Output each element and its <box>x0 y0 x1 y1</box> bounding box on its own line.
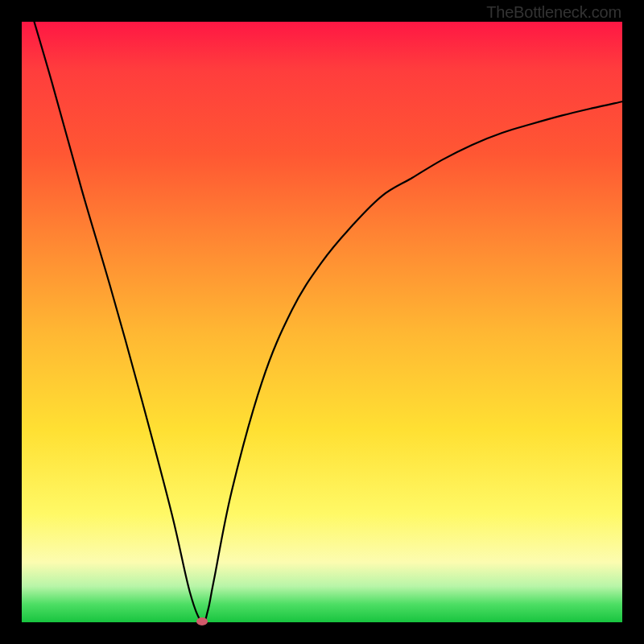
optimal-point-marker <box>196 617 208 625</box>
curve-path <box>22 22 622 622</box>
watermark-text: TheBottleneck.com <box>486 3 621 22</box>
chart-plot-area <box>22 22 622 622</box>
bottleneck-curve-svg <box>22 22 622 622</box>
